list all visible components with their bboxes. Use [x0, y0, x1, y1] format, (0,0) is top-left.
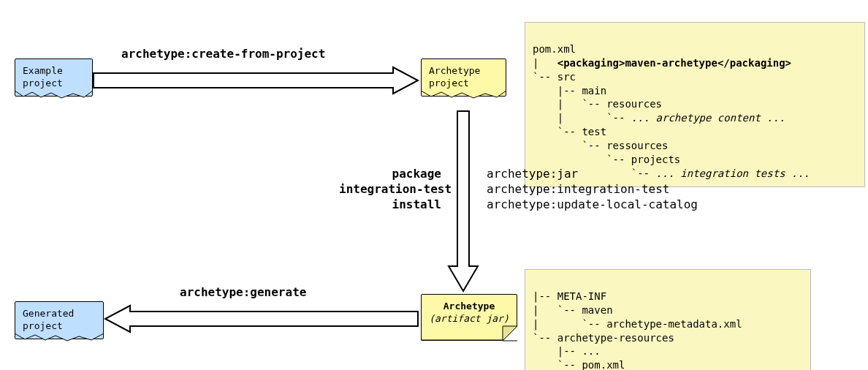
- archetype-subtitle: (artifact jar): [429, 313, 509, 324]
- archetype-box-bottom: [421, 339, 517, 341]
- tree-line: | `--: [533, 112, 631, 124]
- tree-line: | `-- resources: [533, 98, 662, 110]
- tree-line: | `-- archetype-metadata.xml: [533, 318, 742, 330]
- archetype-jar-tree-panel: |-- META-INF | `-- maven | `-- archetype…: [525, 269, 811, 370]
- arrow-create-from-project: [94, 67, 419, 97]
- lifecycle-phases-label: package integration-test install: [339, 167, 441, 212]
- archetype-project-edge: [421, 91, 506, 105]
- archetype-content-note: ... archetype content ...: [631, 112, 785, 124]
- tree-line: |: [533, 57, 557, 69]
- arrow-generate: [105, 306, 419, 335]
- archetype-project-label: Archetype project: [429, 65, 480, 88]
- packaging-close: </packaging>: [717, 57, 791, 69]
- svg-marker-5: [94, 67, 418, 94]
- tree-line: `-- pom.xml: [533, 359, 625, 370]
- tree-line: `-- src: [533, 71, 576, 83]
- tree-line: `-- test: [533, 126, 606, 137]
- tree-line: |-- ...: [533, 345, 601, 357]
- svg-marker-7: [105, 306, 418, 332]
- lifecycle-goals-label: archetype:jar archetype:integration-test…: [487, 167, 698, 212]
- generated-project-edge: [15, 333, 104, 348]
- generate-label: archetype:generate: [180, 285, 306, 301]
- svg-marker-6: [449, 111, 478, 291]
- packaging-open: <packaging>: [557, 57, 625, 69]
- generated-project-label: Generated project: [23, 308, 74, 331]
- dog-ear-icon: [503, 326, 517, 341]
- example-project-label: Example project: [23, 65, 63, 88]
- tree-line: |-- main: [533, 85, 606, 97]
- tree-line: `-- archetype-resources: [533, 332, 674, 344]
- archetype-title: Archetype: [443, 301, 495, 312]
- archetype-project-tree-panel: pom.xml | <packaging>maven-archetype</pa…: [525, 22, 865, 187]
- arrow-package-install: [449, 111, 478, 292]
- example-project-edge: [15, 91, 93, 105]
- packaging-content: maven-archetype: [625, 57, 717, 69]
- tree-line: |-- META-INF: [533, 290, 606, 302]
- tree-line: | `-- maven: [533, 304, 613, 316]
- create-from-project-label: archetype:create-from-project: [121, 47, 325, 62]
- tree-line: `-- ressources: [533, 140, 668, 151]
- tree-line: `-- projects: [533, 154, 680, 165]
- tree-line: pom.xml: [533, 43, 576, 55]
